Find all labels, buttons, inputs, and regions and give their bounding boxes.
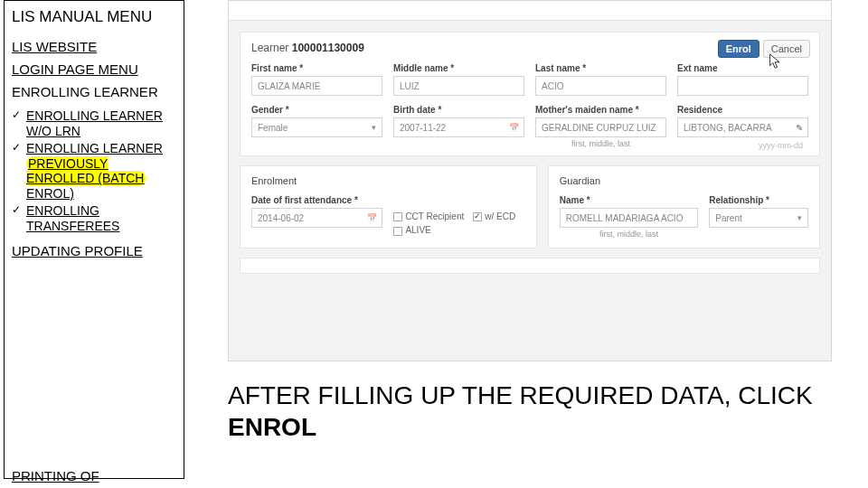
guardian-name-field[interactable]: ROMELL MADARIAGA ACIO [560,208,699,228]
sidebar-title: LIS MANUAL MENU [12,8,176,26]
extname-label: Ext name [677,63,808,73]
birthdate-placeholder: yyyy-mm-dd [759,141,803,150]
mother-field[interactable]: GERALDINE CURPUZ LUIZ [535,117,666,137]
relationship-label: Relationship * [709,195,808,205]
sub-item-transferees[interactable]: ENROLLING TRANSFEREES [12,203,176,234]
firstname-field[interactable]: GLAIZA MARIE [251,76,382,96]
guardian-hint: first, middle, last [560,230,699,239]
sub-item-no-lrn[interactable]: ENROLLING LEARNER W/O LRN [12,108,176,139]
middlename-field[interactable]: LUIZ [393,76,524,96]
link-printing[interactable]: PRINTING OF [12,468,99,483]
sub-item-batch-enrol[interactable]: ENROLLING LEARNER PREVIOUSLY ENROLLED (B… [12,141,176,202]
learner-id: 100001130009 [292,42,364,54]
mother-hint: first, middle, last [535,139,666,148]
guardian-panel: Guardian Name *ROMELL MADARIAGA ACIOfirs… [548,165,820,249]
guardian-name-label: Name * [560,195,699,205]
link-lis-website[interactable]: LIS WEBSITE [12,39,176,54]
sidebar-sublist: ENROLLING LEARNER W/O LRN ENROLLING LEAR… [12,108,176,233]
relationship-select[interactable]: Parent [709,208,808,228]
attendance-field[interactable]: 2014-06-02 [251,208,382,228]
cct-checkbox[interactable]: CCT Recipient [393,211,464,221]
alive-checkbox[interactable]: ALIVE [393,225,430,235]
screenshot-topbar [229,1,831,21]
form-screenshot: Learner 100001130009 Enrol Cancel yyyy-m… [228,0,832,361]
residence-label: Residence [677,105,808,115]
residence-field[interactable]: LIBTONG, BACARRA [677,117,808,137]
birthdate-label: Birth date * [393,105,524,115]
lastname-label: Last name * [535,63,666,73]
extname-field[interactable] [677,76,808,96]
birthdate-field[interactable]: 2007-11-22 [393,117,524,137]
link-login-page[interactable]: LOGIN PAGE MENU [12,61,176,77]
gender-label: Gender * [251,105,382,115]
ecd-checkbox[interactable]: w/ ECD [473,211,515,221]
enrolment-panel: Enrolment Date of first attendance *2014… [240,165,537,249]
gender-select[interactable]: Female [251,117,382,137]
guardian-title: Guardian [560,175,808,186]
enrolment-title: Enrolment [251,175,525,186]
cursor-icon [769,52,783,70]
attendance-label: Date of first attendance * [251,195,382,205]
middlename-label: Middle name * [393,63,524,73]
firstname-label: First name * [251,63,382,73]
mother-label: Mother's maiden name * [535,105,666,115]
sidebar: LIS MANUAL MENU LIS WEBSITE LOGIN PAGE M… [4,0,184,479]
enrol-button[interactable]: Enrol [718,40,760,58]
sidebar-current: ENROLLING LEARNER [12,84,176,99]
lastname-field[interactable]: ACIO [535,76,666,96]
instruction-text: AFTER FILLING UP THE REQUIRED DATA, CLIC… [228,380,861,443]
link-updating-profile[interactable]: UPDATING PROFILE [12,243,176,258]
learner-panel: Learner 100001130009 Enrol Cancel yyyy-m… [240,32,820,156]
